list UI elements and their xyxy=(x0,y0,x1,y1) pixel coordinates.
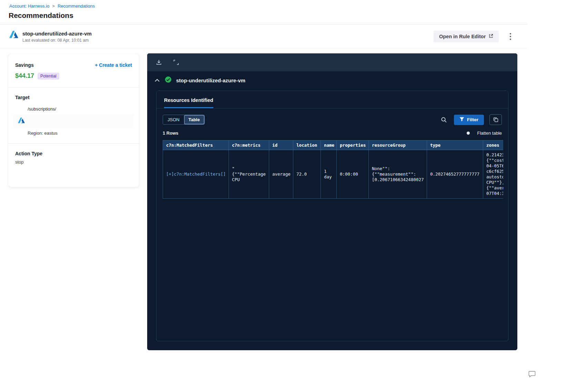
search-icon[interactable] xyxy=(441,117,447,123)
recommendation-identity: stop-underutilized-azure-vm Last evaluat… xyxy=(9,31,92,43)
resources-panel: stop-underutilized-azure-vm Resources Id… xyxy=(147,53,517,350)
collapse-icon[interactable] xyxy=(154,78,160,83)
cell-metrics: " {""Percentage CPU xyxy=(229,150,269,199)
cell-id: average xyxy=(269,150,293,199)
column-header: resourceGroup xyxy=(369,141,427,150)
cell-type: 0.20274652777777777 xyxy=(427,150,483,199)
target-resource-item xyxy=(13,114,134,128)
savings-potential-badge: Potential xyxy=(38,73,59,80)
savings-card: Savings + Create a ticket $44.17 Potenti… xyxy=(8,54,139,187)
open-in-rule-editor-label: Open in Rule Editor xyxy=(439,34,486,39)
resources-table-wrap: c7n:MatchedFilters c7n:metrics id locati… xyxy=(163,140,503,199)
table-row: [+]c7n:MatchedFilters[] " {""Percentage … xyxy=(163,150,504,199)
divider xyxy=(8,143,139,144)
breadcrumb-recommendations-link[interactable]: Recommendations xyxy=(58,3,95,9)
action-type-label: Action Type xyxy=(15,151,132,156)
download-icon[interactable] xyxy=(156,59,162,65)
rows-count: 1 Rows xyxy=(163,131,179,136)
cell-properties: 0:00:00 xyxy=(337,150,369,199)
azure-icon xyxy=(18,118,25,124)
external-link-icon xyxy=(489,34,493,39)
table-meta-row: 1 Rows Flatten table xyxy=(163,131,502,136)
breadcrumb-separator: > xyxy=(52,3,55,9)
column-header: type xyxy=(427,141,483,150)
column-header: c7n:metrics xyxy=(229,141,269,150)
action-type-value: stop xyxy=(15,159,132,165)
view-toggle: JSON Table xyxy=(163,115,205,125)
copy-icon[interactable] xyxy=(489,114,502,125)
create-ticket-link[interactable]: + Create a ticket xyxy=(95,62,132,68)
column-header: properties xyxy=(337,141,369,150)
recommendation-name: stop-underutilized-azure-vm xyxy=(22,31,92,37)
flatten-table-toggle[interactable]: Flatten table xyxy=(467,131,502,136)
cell-zones: 0.21423 {""cost 04-05T6 c6cf625 autosto … xyxy=(483,150,504,199)
table-controls: JSON Table Filter xyxy=(163,114,502,125)
help-icon[interactable] xyxy=(528,371,536,379)
view-toggle-table[interactable]: Table xyxy=(184,115,204,124)
expand-icon[interactable] xyxy=(173,59,179,65)
column-header: id xyxy=(269,141,293,150)
filter-button[interactable]: Filter xyxy=(454,115,484,125)
success-icon xyxy=(165,76,172,84)
cell-name: 1 day xyxy=(321,150,337,199)
savings-label: Savings xyxy=(15,62,34,68)
divider xyxy=(8,87,139,87)
flatten-table-label: Flatten table xyxy=(477,131,502,136)
cell-resource-group: None"": {""measurement"": [0.20671066342… xyxy=(369,150,427,199)
resources-identified-container: Resources Identified JSON Table Filter xyxy=(156,91,508,341)
column-header: c7n:MatchedFilters xyxy=(163,141,229,150)
column-header: name xyxy=(321,141,337,150)
panel-rule-title: stop-underutilized-azure-vm xyxy=(176,77,245,83)
open-in-rule-editor-button[interactable]: Open in Rule Editor xyxy=(434,31,499,42)
panel-toolbar xyxy=(147,53,517,71)
recommendation-header: stop-underutilized-azure-vm Last evaluat… xyxy=(0,24,527,49)
resources-table: c7n:MatchedFilters c7n:metrics id locati… xyxy=(163,140,503,199)
kebab-menu-button[interactable] xyxy=(507,31,514,42)
recommendation-last-evaluated: Last evaluated on: 08 Apr, 10:01 am xyxy=(22,38,92,43)
filter-button-label: Filter xyxy=(467,117,478,122)
target-label: Target xyxy=(15,95,132,100)
cell-matched-filters-expander[interactable]: [+]c7n:MatchedFilters[] xyxy=(163,150,229,199)
cell-location: 72.0 xyxy=(293,150,321,199)
view-toggle-json[interactable]: JSON xyxy=(163,115,184,124)
savings-amount: $44.17 xyxy=(15,72,34,80)
breadcrumb-account-link[interactable]: Account: Harness.io xyxy=(9,3,49,9)
azure-icon xyxy=(9,31,18,40)
flatten-toggle-icon xyxy=(467,132,470,135)
filter-icon xyxy=(459,117,464,123)
page-title: Recommendations xyxy=(9,11,73,20)
target-region: Region: eastus xyxy=(15,131,132,136)
column-header: zones xyxy=(483,141,504,150)
column-header: location xyxy=(293,141,321,150)
table-header-row: c7n:MatchedFilters c7n:metrics id locati… xyxy=(163,141,504,150)
tabs-row: Resources Identified xyxy=(156,91,508,108)
breadcrumb: Account: Harness.io > Recommendations xyxy=(9,3,95,9)
target-path: /subscriptions/ xyxy=(15,106,132,112)
tab-resources-identified[interactable]: Resources Identified xyxy=(164,97,213,108)
